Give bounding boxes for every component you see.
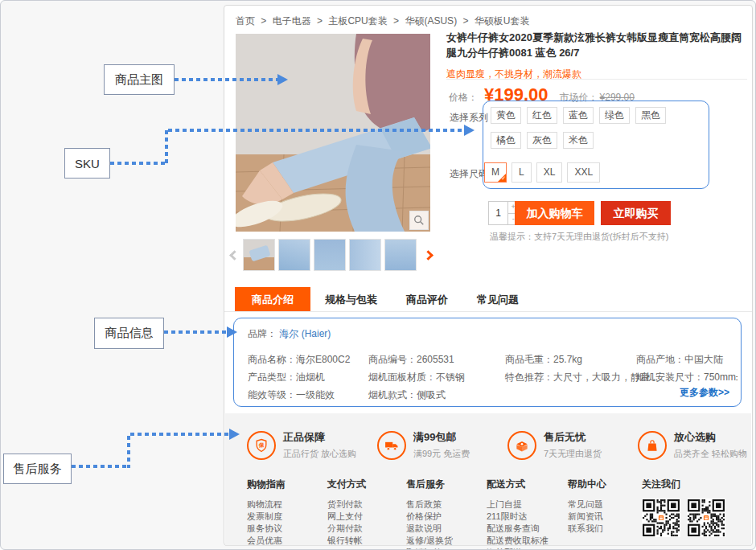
footer-link[interactable]: 退款说明 [406,523,453,535]
breadcrumb-item[interactable]: 首页 [236,15,255,27]
spec-item: 商品名称：海尔E800C2 [248,351,350,368]
size-option-m[interactable]: M [484,162,507,183]
spec-item: 商品编号：2605531 [368,351,465,368]
service-item-authentic: 保 正品保障 正品行货 放心选购 [247,430,356,460]
footer-link[interactable]: 联系我们 [568,523,606,535]
more-params-link[interactable]: 更多参数>> [680,386,729,400]
breadcrumb-item[interactable]: 主板CPU套装 [328,15,387,27]
annotation-arrowhead [277,74,288,85]
footer-link[interactable]: 分期付款 [327,523,366,535]
detail-tabs: 商品介绍 规格与包装 商品评价 常见问题 [224,287,752,312]
footer-link[interactable]: 海外配送 [487,547,549,550]
thumbnail-3[interactable] [314,239,346,271]
thumbs-prev-icon[interactable] [229,250,240,261]
spec-item: 能效等级：一级能效 [248,386,350,404]
service-title: 放心选购 [674,430,747,445]
footer-column-title: 支付方式 [327,478,366,491]
price-label: 价格： [449,91,478,105]
add-to-cart-button[interactable]: 加入购物车 [515,201,594,225]
series-option-beige[interactable]: 米色 [563,132,594,149]
zoom-magnifier-icon[interactable] [409,211,429,230]
footer-column-payment: 支付方式 货到付款 网上支付 分期付款 银行转帐 [327,478,366,547]
size-option-xl[interactable]: XL [536,162,563,183]
annotation-arrow-line [110,162,168,165]
footer-column-help: 帮助中心 常见问题 新闻资讯 联系我们 [568,478,606,535]
footer-column-title: 关注我们 [642,478,725,491]
footer-column-title: 售后服务 [406,478,453,491]
return-policy-tip: 温馨提示：支持7天无理由退货(拆封后不支持) [490,231,668,243]
footer-column-aftersale: 售后服务 售后政策 价格保护 退款说明 返修/退换货 取消订单 [406,478,453,550]
breadcrumb-separator: > [462,15,468,27]
breadcrumb-separator: > [317,15,323,27]
thumbs-next-icon[interactable] [423,250,433,261]
spec-column: 商品编号：2605531 烟机面板材质：不锈钢 烟机款式：侧吸式 [368,351,465,404]
annotation-after-sale-label: 售后服务 [3,454,72,484]
footer-link[interactable]: 上门自提 [487,499,549,511]
series-option-orange[interactable]: 橘色 [491,132,521,149]
footer-link[interactable]: 银行转帐 [327,535,366,547]
series-option-green[interactable]: 绿色 [599,107,630,124]
footer-link[interactable]: 返修/退换货 [406,535,453,547]
spec-item: 商品毛重：25.7kg [505,351,658,368]
service-item-shipping: 满99包邮 满99元 免运费 [377,430,470,460]
footer-link[interactable]: 新闻资讯 [568,511,606,523]
spec-item: 烟机面板材质：不锈钢 [368,368,465,386]
series-option-red[interactable]: 红色 [527,107,557,124]
footer-link[interactable]: 常见问题 [568,499,606,511]
footer-column-shopping-guide: 购物指南 购物流程 发票制度 服务协议 会员优惠 [247,478,286,547]
qr-code [687,499,725,537]
series-option-gray[interactable]: 灰色 [527,132,557,149]
product-main-image[interactable] [236,34,430,232]
shield-icon: 保 [247,431,276,460]
brand-link[interactable]: 海尔 (Haier) [279,328,331,339]
breadcrumb-item[interactable]: 电子电器 [273,15,311,27]
quantity-input[interactable]: 1 [489,202,507,224]
footer-link[interactable]: 配送服务查询 [487,523,549,535]
footer-link[interactable]: 货到付款 [327,499,366,511]
annotation-arrow-line [164,330,228,334]
annotation-arrow-line [168,129,464,132]
thumbnail-4[interactable] [349,239,381,271]
series-option-blue[interactable]: 蓝色 [563,107,594,124]
size-option-xxl[interactable]: XXL [567,162,600,183]
footer-column-title: 配送方式 [487,478,549,491]
footer-link[interactable]: 配送费收取标准 [487,535,549,547]
brand-row: 品牌： 海尔 (Haier) [248,327,331,341]
thumbnail-1[interactable] [243,239,275,271]
footer-link[interactable]: 211限时达 [487,511,549,523]
service-desc: 7天无理由退货 [544,448,602,460]
size-option-l[interactable]: L [512,162,532,183]
series-option-yellow[interactable]: 黄色 [491,107,521,124]
footer-column-delivery: 配送方式 上门自提 211限时达 配送服务查询 配送费收取标准 海外配送 [487,478,549,550]
size-options: M L XL XXL [484,162,600,183]
tab-spec-package[interactable]: 规格与包装 [310,287,392,311]
tab-reviews[interactable]: 商品评价 [392,287,462,311]
footer-link[interactable]: 价格保护 [406,511,453,523]
footer-link[interactable]: 售后政策 [406,499,453,511]
footer-column-title: 帮助中心 [568,478,606,491]
footer-link[interactable]: 服务协议 [247,523,286,535]
breadcrumb-separator: > [393,15,399,27]
qr-code [642,499,680,537]
footer-link[interactable]: 取消订单 [406,547,453,550]
footer-link[interactable]: 购物流程 [247,499,286,511]
footer-link[interactable]: 发票制度 [247,511,286,523]
spec-item: 烟机款式：侧吸式 [368,386,465,404]
divider [446,79,747,80]
shopping-bag-icon [638,431,667,460]
thumbnail-2[interactable] [278,239,310,271]
spec-item: 产品类型：油烟机 [248,368,350,386]
tab-product-intro[interactable]: 商品介绍 [235,287,310,311]
truck-icon [377,431,406,460]
series-option-black[interactable]: 黑色 [635,107,666,124]
footer-link[interactable]: 网上支付 [327,511,366,523]
annotation-arrow-line [165,130,168,163]
breadcrumb-item[interactable]: 华硕(ASUS) [405,15,457,27]
product-page-panel: 首页 > 电子电器 > 主板CPU套装 > 华硕(ASUS) > 华硕板U套装 [224,5,753,546]
buy-now-button[interactable]: 立即购买 [601,201,671,225]
tab-faq[interactable]: 常见问题 [462,287,533,311]
service-title: 正品保障 [283,430,356,445]
thumbnail-5[interactable] [384,239,417,271]
footer-link[interactable]: 会员优惠 [247,535,286,547]
footer-area: 保 正品保障 正品行货 放心选购 [225,413,751,546]
